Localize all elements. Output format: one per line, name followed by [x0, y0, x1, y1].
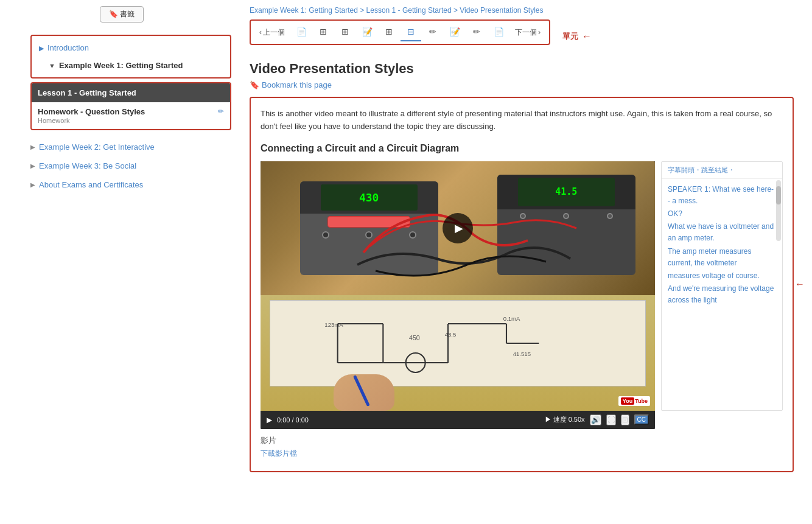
- unit-annotation-label: 單元: [562, 31, 578, 42]
- svg-text:450: 450: [409, 334, 420, 341]
- chevron-down-icon: ▼: [49, 62, 55, 69]
- video-section-title: Connecting a Circuit and a Circuit Diagr…: [261, 143, 783, 154]
- unit-icon-2[interactable]: ⊞: [313, 23, 334, 41]
- video-type-label: 影片: [261, 435, 783, 446]
- svg-text:43.5: 43.5: [445, 331, 457, 338]
- cc-button[interactable]: CC: [634, 414, 649, 425]
- sidebar-item-example-week-1[interactable]: ▼ Example Week 1: Getting Started: [47, 58, 224, 72]
- transcript-header: 字幕開頭・跳至結尾・: [662, 162, 782, 179]
- transcript-panel: 字幕開頭・跳至結尾・ SPEAKER 1: What we see here--…: [661, 161, 783, 411]
- breadcrumb: Example Week 1: Getting Started > Lesson…: [250, 6, 800, 15]
- sidebar-item-example-week-3[interactable]: ▶ Example Week 3: Be Social: [27, 156, 229, 175]
- unit-icon-1[interactable]: 📄: [291, 23, 312, 41]
- unit-icon-5[interactable]: ⊞: [379, 23, 399, 41]
- play-button[interactable]: [443, 213, 473, 243]
- chevron-right-icon: ▶: [30, 162, 35, 169]
- svg-text:123mA: 123mA: [324, 321, 343, 328]
- chevron-right-icon: ▶: [30, 144, 35, 150]
- unit-icon-7[interactable]: ✏: [422, 23, 443, 41]
- video-top-frame: 430: [261, 161, 655, 295]
- bookmark-icon: 🔖: [250, 80, 259, 89]
- chevron-left-icon: ‹: [259, 28, 262, 37]
- transcript-line-5[interactable]: measures voltage of course.: [668, 270, 776, 282]
- video-player: 430: [261, 161, 655, 429]
- play-pause-button[interactable]: ▶: [267, 416, 272, 424]
- youtube-logo: You Tube: [618, 396, 650, 406]
- page-title: Video Presentation Styles: [250, 61, 800, 77]
- unit-icon-3[interactable]: ⊞: [335, 23, 355, 41]
- prev-unit-button[interactable]: ‹ 上一個: [254, 25, 290, 40]
- multimeter-display-2: 41.5: [518, 178, 615, 206]
- sidebar-item-about-exams[interactable]: ▶ About Exams and Certificates: [27, 175, 229, 194]
- fullscreen-button[interactable]: ⛶: [606, 414, 616, 425]
- bookmark-page-link[interactable]: 🔖 Bookmark this page: [250, 80, 800, 89]
- component-arrow: ←: [795, 279, 805, 290]
- bookmark-icon: 🔖: [109, 10, 118, 18]
- transcript-line-1[interactable]: SPEAKER 1: What we see here-- a mess.: [668, 184, 776, 207]
- sidebar-item-introduction[interactable]: ▶ Introduction: [38, 41, 224, 55]
- multimeter-display-1: 430: [321, 184, 418, 211]
- edit-icon[interactable]: ✏: [218, 107, 224, 116]
- unit-icon-10[interactable]: 📄: [488, 23, 509, 41]
- video-controls: ▶ 0:00 / 0:00 ▶ 速度 0.50x 🔊 ⛶ ⊡ CC: [261, 411, 655, 429]
- next-unit-button[interactable]: 下一個 ›: [510, 25, 545, 40]
- volume-button[interactable]: 🔊: [590, 414, 601, 425]
- transcript-line-2[interactable]: OK?: [668, 208, 776, 220]
- captions-button[interactable]: ⊡: [621, 414, 629, 425]
- unit-toolbar: ‹ 上一個 📄 ⊞ ⊞ 📝 ⊞ ⊟ ✏ 📝 ✏ 📄 下一個 ›: [250, 19, 550, 45]
- unit-icon-9[interactable]: ✏: [466, 23, 487, 41]
- chevron-right-icon: ›: [538, 28, 541, 37]
- video-footer: 影片 下載影片檔: [261, 429, 783, 461]
- chapter-arrow: →: [0, 45, 1, 56]
- section-arrow: →: [0, 118, 1, 129]
- sidebar-item-lesson-1[interactable]: Lesson 1 - Getting Started: [32, 83, 230, 102]
- video-speed-button[interactable]: ▶ 速度 0.50x: [545, 415, 585, 424]
- transcript-line-3[interactable]: What we have is a voltmeter and an amp m…: [668, 221, 776, 244]
- unit-arrow: ←: [582, 31, 592, 42]
- chevron-right-icon: ▶: [39, 44, 44, 52]
- transcript-line-4[interactable]: The amp meter measures current, the volt…: [668, 246, 776, 269]
- svg-text:41.515: 41.515: [513, 351, 531, 357]
- transcript-body[interactable]: SPEAKER 1: What we see here-- a mess. OK…: [662, 179, 782, 410]
- transcript-line-6[interactable]: And we're measuring the voltage across t…: [668, 283, 776, 306]
- video-bottom-frame: 450 0.1mA 43.5 41.515 123mA: [261, 295, 655, 411]
- intro-paragraph: This is another video meant to illustrat…: [261, 108, 783, 133]
- sidebar-item-homework[interactable]: Homework - Question Styles Homework ✏: [32, 102, 230, 129]
- video-time: 0:00 / 0:00: [277, 416, 309, 424]
- unit-icon-4[interactable]: 📝: [357, 23, 377, 41]
- sidebar-item-example-week-2[interactable]: ▶ Example Week 2: Get Interactive: [27, 138, 229, 156]
- chevron-right-icon: ▶: [30, 181, 35, 188]
- unit-icon-6[interactable]: ⊟: [401, 23, 421, 41]
- svg-text:0.1mA: 0.1mA: [503, 315, 520, 321]
- download-video-link[interactable]: 下載影片檔: [261, 449, 297, 458]
- unit-icon-8[interactable]: 📝: [444, 23, 465, 41]
- sidebar-bookmark-button[interactable]: 🔖 書籤: [100, 6, 144, 23]
